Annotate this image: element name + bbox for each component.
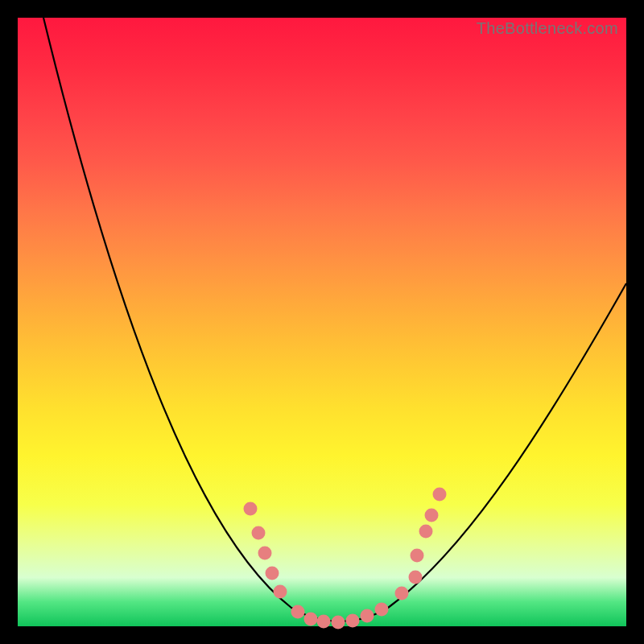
data-points-group [244, 488, 447, 630]
data-point [395, 587, 409, 601]
data-point [291, 605, 305, 619]
data-point [304, 613, 318, 626]
data-point [361, 609, 374, 623]
data-point [433, 488, 447, 502]
data-point [332, 616, 345, 630]
watermark-label: TheBottleneck.com [477, 19, 618, 38]
data-point [317, 615, 331, 629]
data-point [252, 526, 266, 540]
data-point [274, 585, 287, 599]
data-point [266, 567, 279, 580]
data-point [419, 525, 433, 539]
data-point [346, 614, 360, 628]
data-point [375, 603, 389, 617]
chart-svg [18, 18, 626, 626]
data-point [411, 549, 424, 563]
bottleneck-curve-path [43, 18, 626, 621]
data-point [425, 509, 439, 522]
data-point [409, 571, 423, 584]
data-point [258, 547, 272, 560]
chart-frame: TheBottleneck.com [18, 18, 626, 626]
data-point [244, 502, 258, 516]
